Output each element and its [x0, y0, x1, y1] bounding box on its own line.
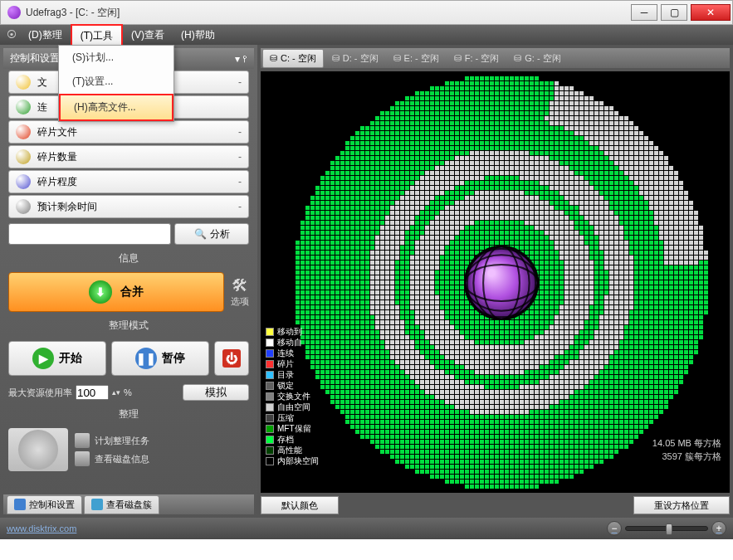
legend: 移动到移动自连续碎片目录锁定交换文件自由空间压缩MFT保留存档高性能内部块空间 [266, 326, 319, 466]
merge-button[interactable]: ⬇ 合并 [8, 272, 224, 312]
legend-item: 内部块空间 [266, 455, 319, 466]
power-icon: ⏻ [222, 349, 241, 368]
stat-value: - [238, 151, 242, 163]
legend-item: 压缩 [266, 412, 319, 423]
drive-tab[interactable]: ⛁E: - 空闲 [387, 50, 446, 67]
legend-item: 移动到 [266, 326, 319, 337]
play-icon: ▶ [32, 348, 54, 369]
pause-icon: ❚❚ [135, 348, 157, 369]
disk-view-panel: ⛁C: - 空闲⛁D: - 空闲⛁E: - 空闲⛁F: - 空闲⛁G: - 空闲… [257, 45, 733, 518]
stat-label: 碎片文件 [37, 125, 238, 139]
stat-value: - [238, 126, 242, 138]
stat-label: 预计剩余时间 [37, 200, 238, 214]
dropdown-schedule[interactable]: (S)计划... [59, 46, 173, 70]
chevron-down-icon: ▾ ⫯ [235, 53, 247, 65]
stat-label: 碎片数量 [37, 150, 238, 164]
stat-icon [16, 149, 31, 164]
menu-view[interactable]: (V)查看 [123, 25, 173, 46]
menu-tools[interactable]: (T)工具 [71, 24, 123, 46]
status-bar: www.disktrix.com − + [0, 518, 733, 539]
menu-defrag[interactable]: (D)整理 [20, 25, 71, 46]
stat-row[interactable]: 碎片数量 - [8, 145, 249, 168]
drive-icon: ⛁ [270, 53, 277, 64]
resource-input[interactable] [76, 385, 109, 400]
panel-icon [14, 499, 26, 510]
stat-icon [16, 100, 31, 114]
drive-icon: ⛁ [393, 53, 401, 64]
window-title: Udefrag3 - [C: - 空闲] [26, 6, 629, 20]
legend-item: MFT保留 [266, 423, 319, 434]
title-bar: Udefrag3 - [C: - 空闲] ─ ▢ ✕ [0, 0, 733, 25]
stat-row[interactable]: 碎片程度 - [8, 170, 249, 193]
stop-button[interactable]: ⏻ [214, 341, 249, 376]
start-button[interactable]: ▶ 开始 [8, 341, 106, 376]
calendar-icon [75, 433, 90, 448]
gear-icon [8, 428, 68, 471]
stat-value: - [238, 176, 242, 187]
view-disk-link[interactable]: 查看磁盘信息 [75, 451, 249, 466]
bottom-tabs: 控制和设置 查看磁盘簇 [3, 494, 254, 514]
legend-item: 交换文件 [266, 391, 319, 402]
dropdown-settings[interactable]: (T)设置... [59, 70, 173, 94]
zoom-out-button[interactable]: − [607, 521, 622, 536]
disk-info: 14.05 MB 每方格 3597 簇每方格 [652, 436, 721, 463]
legend-item: 碎片 [266, 358, 319, 369]
database-down-icon: ⬇ [89, 280, 112, 304]
drive-icon: ⛁ [332, 53, 340, 64]
tools-icon: 🛠 [232, 276, 248, 295]
minimize-button[interactable]: ─ [631, 4, 657, 21]
drive-tab[interactable]: ⛁C: - 空闲 [262, 49, 324, 68]
stat-label: 碎片程度 [37, 175, 238, 189]
options-button[interactable]: 🛠 选项 [231, 276, 249, 308]
legend-item: 锁定 [266, 380, 319, 391]
resource-label: 最大资源使用率 [8, 387, 72, 399]
maximize-button[interactable]: ▢ [661, 4, 687, 21]
disk-map[interactable]: 移动到移动自连续碎片目录锁定交换文件自由空间压缩MFT保留存档高性能内部块空间 … [261, 71, 730, 493]
stat-icon [16, 199, 31, 214]
legend-item: 自由空间 [266, 402, 319, 412]
app-icon [7, 6, 21, 19]
stat-icon [16, 174, 31, 189]
drive-icon: ⛁ [514, 53, 521, 64]
tools-dropdown: (S)计划... (T)设置... (H)高亮文件... [58, 45, 174, 122]
schedule-task-link[interactable]: 计划整理任务 [75, 433, 249, 448]
tab-control[interactable]: 控制和设置 [7, 495, 82, 514]
stat-row[interactable]: 预计剩余时间 - [8, 195, 249, 218]
legend-item: 高性能 [266, 445, 319, 455]
drive-tab[interactable]: ⛁D: - 空闲 [325, 50, 385, 67]
default-colors-button[interactable]: 默认颜色 [261, 496, 339, 514]
legend-item: 存档 [266, 434, 319, 445]
legend-item: 连续 [266, 348, 319, 358]
legend-item: 移动自 [266, 337, 319, 348]
stat-icon [16, 124, 31, 139]
menu-bar: ⦿ (D)整理 (T)工具 (V)查看 (H)帮助 (S)计划... (T)设置… [0, 25, 733, 45]
defrag-label: 整理 [3, 404, 254, 425]
reset-grid-button[interactable]: 重设方格位置 [633, 496, 730, 514]
drive-icon: ⛁ [454, 53, 462, 64]
disk-icon [75, 451, 90, 466]
simulate-button[interactable]: 模拟 [183, 384, 249, 401]
close-button[interactable]: ✕ [691, 4, 731, 21]
drive-tab[interactable]: ⛁G: - 空闲 [507, 50, 567, 67]
pause-button[interactable]: ❚❚ 暂停 [111, 341, 209, 376]
cluster-icon [91, 499, 103, 510]
analyze-button[interactable]: 🔍 分析 [174, 223, 249, 245]
stat-value: - [238, 201, 242, 212]
defrag-mode-label: 整理模式 [3, 315, 254, 336]
drive-tabs: ⛁C: - 空闲⛁D: - 空闲⛁E: - 空闲⛁F: - 空闲⛁G: - 空闲 [261, 48, 730, 68]
tab-clusters[interactable]: 查看磁盘簇 [84, 495, 159, 514]
magnify-icon: 🔍 [194, 228, 207, 240]
search-input[interactable] [8, 223, 171, 245]
legend-item: 目录 [266, 369, 319, 380]
zoom-in-button[interactable]: + [711, 521, 726, 536]
menu-help[interactable]: (H)帮助 [173, 25, 223, 46]
drive-tab[interactable]: ⛁F: - 空闲 [447, 50, 506, 67]
stat-value: - [238, 76, 242, 88]
zoom-slider[interactable] [625, 526, 708, 531]
info-label: 信息 [3, 248, 254, 269]
stat-icon [16, 75, 31, 90]
footer-link[interactable]: www.disktrix.com [7, 523, 76, 533]
dropdown-highlight-files[interactable]: (H)高亮文件... [59, 94, 173, 121]
stat-row[interactable]: 碎片文件 - [8, 120, 249, 144]
